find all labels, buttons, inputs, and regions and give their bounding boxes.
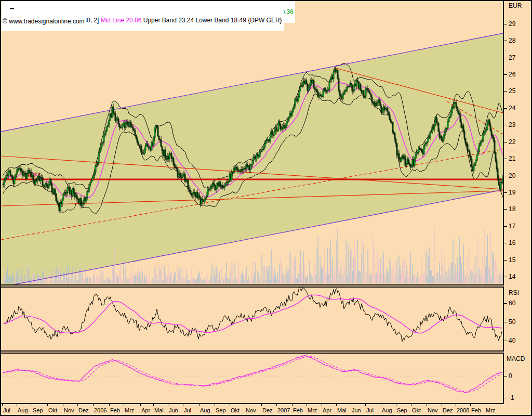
time-tick-label: Feb	[110, 407, 120, 413]
rsi-chart[interactable]	[1, 288, 503, 350]
time-tick-mark	[442, 404, 442, 406]
time-tick-label: Apr	[323, 407, 331, 413]
rsi-tick-label: 60	[509, 300, 515, 307]
time-tick-label: Apr	[141, 407, 150, 413]
time-tick-label: Sep	[216, 407, 226, 413]
price-tick-mark	[504, 125, 507, 125]
time-tick-label: 2008	[457, 407, 469, 413]
time-tick-mark	[351, 404, 351, 406]
midline-value: Mid Line 20.86	[101, 17, 142, 24]
rsi-tick-mark	[504, 322, 507, 322]
time-tick-mark	[140, 404, 141, 406]
price-chart[interactable]: 19.77	[1, 1, 503, 284]
price-tick-label: 16	[509, 239, 515, 246]
time-tick-mark	[153, 404, 154, 406]
time-tick-mark	[381, 404, 381, 406]
time-tick-mark	[365, 404, 366, 406]
macd-axis-label: MACD	[507, 355, 525, 362]
time-tick-mark	[168, 404, 168, 406]
macd-chart-panel[interactable]	[0, 353, 504, 404]
time-tick-label: Nov	[428, 407, 438, 413]
band-values: Upper Band 23.24 Lower Band 18.49 {DPW G…	[141, 17, 282, 24]
time-tick-label: Jul	[3, 407, 10, 413]
price-tick-mark	[504, 260, 507, 261]
price-tick-mark	[504, 74, 507, 75]
price-tick-label: 22	[509, 138, 515, 146]
time-tick-label: Aug	[200, 407, 210, 413]
time-tick-label: Dez	[443, 407, 453, 413]
price-tick-label: 14	[509, 273, 515, 280]
price-tick-label: 18	[509, 205, 515, 213]
macd-tick-label: 0	[509, 372, 512, 380]
price-tick-label: 26	[509, 71, 515, 78]
time-tick-mark	[261, 404, 262, 406]
time-tick-mark	[292, 404, 292, 406]
time-tick-label: 2007	[277, 407, 290, 413]
time-tick-mark	[456, 404, 456, 406]
time-tick-mark	[47, 404, 48, 406]
time-tick-label: Nov	[246, 407, 256, 413]
time-tick-label: Jul	[366, 407, 374, 413]
time-tick-label: Feb	[293, 407, 303, 413]
price-tick-label: 15	[509, 256, 515, 264]
time-tick-label: Dez	[78, 407, 89, 413]
time-tick-mark	[2, 404, 3, 406]
price-tick-label: 21	[509, 155, 515, 162]
rsi-tick-label: 40	[509, 337, 515, 344]
time-tick-label: Okt	[231, 407, 240, 413]
time-tick-mark	[63, 404, 63, 406]
macd-tick-mark	[504, 398, 507, 398]
time-tick-mark	[485, 404, 485, 406]
time-tick-mark	[470, 404, 471, 406]
time-tick-mark	[276, 404, 277, 406]
time-tick-mark	[336, 404, 337, 406]
price-tick-mark	[504, 243, 507, 243]
time-tick-mark	[17, 404, 17, 406]
price-tick-mark	[504, 277, 507, 277]
rsi-axis-label: RSI	[509, 289, 519, 296]
price-tick-mark	[504, 58, 507, 58]
time-tick-label: Dez	[262, 407, 273, 413]
watermark: © www.tradesignalonline.com	[2, 18, 86, 25]
price-tick-label: 24	[509, 105, 515, 112]
time-tick-mark	[427, 404, 427, 406]
price-tick-mark	[504, 108, 507, 109]
time-tick-label: Jun	[169, 407, 178, 413]
time-tick-label: Mai	[154, 407, 164, 413]
macd-chart[interactable]	[1, 354, 503, 403]
time-tick-label: Okt	[412, 407, 421, 413]
macd-tick-mark	[504, 376, 507, 376]
price-tick-label: 23	[509, 121, 515, 128]
time-tick-mark	[77, 404, 78, 406]
rsi-chart-panel[interactable]	[0, 287, 504, 352]
time-tick-mark	[411, 404, 411, 406]
price-tick-label: 17	[509, 223, 515, 230]
time-tick-label: Mrz	[308, 407, 317, 413]
time-tick-label: Mrz	[486, 407, 495, 413]
time-tick-mark	[93, 404, 94, 406]
time-tick-mark	[32, 404, 32, 406]
time-tick-mark	[124, 404, 124, 406]
price-tick-mark	[504, 24, 507, 24]
price-tick-mark	[504, 209, 507, 210]
time-tick-label: Mai	[337, 407, 347, 413]
chart-application: 19.77 DEUTSCHE POST AG NA O.N. [DPW GER …	[0, 0, 532, 416]
price-tick-label: 19	[509, 189, 515, 196]
price-tick-mark	[504, 159, 507, 159]
price-tick-label: 27	[509, 54, 515, 61]
rsi-tick-mark	[504, 341, 507, 341]
time-tick-mark	[322, 404, 322, 406]
time-tick-label: Feb	[471, 407, 481, 413]
time-tick-mark	[215, 404, 215, 406]
macd-tick-label: -1	[509, 394, 514, 401]
time-tick-label: Aug	[382, 407, 392, 413]
time-tick-mark	[183, 404, 183, 406]
time-tick-mark	[396, 404, 396, 406]
rsi-tick-mark	[504, 303, 507, 304]
time-tick-label: Jun	[352, 407, 361, 413]
time-tick-label: Okt	[48, 407, 57, 413]
price-chart-panel[interactable]: 19.77	[0, 0, 504, 285]
time-tick-label: Jul	[184, 407, 191, 413]
time-tick-label: Mrz	[125, 407, 134, 413]
time-tick-label: Aug	[18, 407, 28, 413]
